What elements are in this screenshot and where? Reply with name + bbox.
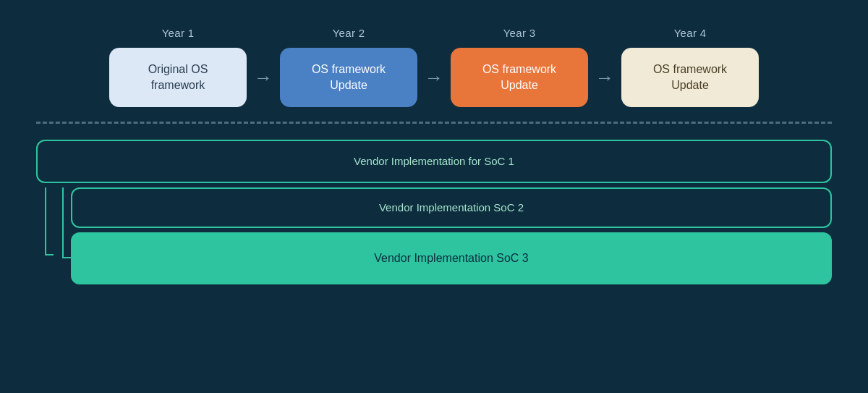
year-label-2: Year 2 xyxy=(333,27,365,39)
box-cream: OS frameworkUpdate xyxy=(621,48,759,107)
vendor-bar-3-label: Vendor Implementation SoC 3 xyxy=(374,252,528,265)
box-orange: OS frameworkUpdate xyxy=(451,48,588,107)
vendor-section: Vendor Implementation for SoC 1 Vendor I… xyxy=(36,140,832,284)
v-line-inner xyxy=(54,187,71,284)
box-original: Original OSframework xyxy=(109,48,247,107)
year-column-3: Year 3 OS frameworkUpdate xyxy=(451,27,588,107)
bar2-inner-col: Vendor Implementation SoC 2 Vendor Imple… xyxy=(71,187,832,284)
vendor-bar-1-label: Vendor Implementation for SoC 1 xyxy=(354,155,514,167)
vendor-bar-2: Vendor Implementation SoC 2 xyxy=(71,187,832,228)
vendor-bar-1: Vendor Implementation for SoC 1 xyxy=(36,140,832,183)
arrow-1: → xyxy=(254,68,273,87)
vendor-bar-2-label: Vendor Implementation SoC 2 xyxy=(379,201,524,214)
bar2-bar3-col: Vendor Implementation SoC 2 Vendor Imple… xyxy=(54,187,832,284)
box-blue: OS frameworkUpdate xyxy=(280,48,417,107)
year-label-4: Year 4 xyxy=(674,27,707,39)
year-column-4: Year 4 OS frameworkUpdate xyxy=(621,27,759,107)
arrow-3: → xyxy=(595,68,614,87)
year-column-1: Year 1 Original OSframework xyxy=(109,27,247,107)
nested-wrapper: Vendor Implementation SoC 2 Vendor Imple… xyxy=(36,187,832,284)
vendor-bar-3: Vendor Implementation SoC 3 xyxy=(71,232,832,284)
dashed-divider xyxy=(36,122,832,124)
top-row: Year 1 Original OSframework → Year 2 OS … xyxy=(36,27,832,107)
year-label-1: Year 1 xyxy=(162,27,195,39)
diagram-container: Year 1 Original OSframework → Year 2 OS … xyxy=(36,20,832,374)
v-line-outer xyxy=(36,187,54,284)
year-column-2: Year 2 OS frameworkUpdate xyxy=(280,27,417,107)
bar2-row-wrap: Vendor Implementation SoC 2 Vendor Imple… xyxy=(54,187,832,284)
year-label-3: Year 3 xyxy=(503,27,536,39)
arrow-2: → xyxy=(425,68,443,87)
